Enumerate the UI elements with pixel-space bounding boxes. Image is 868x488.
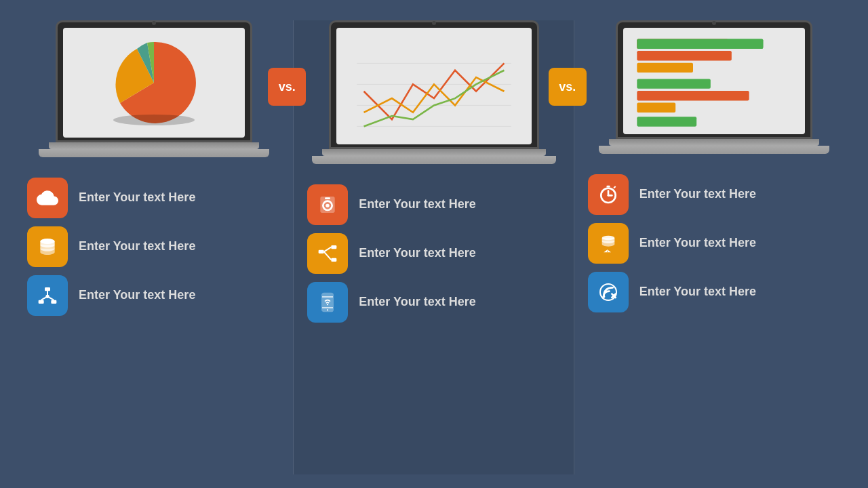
col2-item3-text: Enter Your text Here bbox=[359, 294, 475, 310]
col2-item2-text: Enter Your text Here bbox=[359, 245, 475, 261]
svg-rect-33 bbox=[637, 51, 732, 60]
laptop-1-camera bbox=[152, 21, 156, 25]
bar-chart bbox=[626, 28, 802, 134]
list-item: Enter Your text Here bbox=[27, 275, 280, 316]
col2-item1-text: Enter Your text Here bbox=[359, 197, 475, 212]
list-item: Enter Your text Here bbox=[588, 272, 841, 312]
db-alert-icon-box bbox=[588, 223, 629, 264]
list-item: Enter Your text Here bbox=[307, 282, 560, 323]
svg-rect-35 bbox=[637, 79, 711, 88]
col1-items-list: Enter Your text Here Enter Your text Her… bbox=[20, 178, 287, 316]
column-3: Enter Your text Here bbox=[574, 20, 854, 474]
line-chart bbox=[346, 35, 522, 137]
svg-rect-36 bbox=[637, 91, 749, 100]
list-item: Enter Your text Here bbox=[27, 226, 280, 267]
svg-point-9 bbox=[45, 295, 49, 298]
svg-rect-18 bbox=[325, 197, 330, 199]
laptop-2-screen-outer bbox=[329, 20, 539, 149]
col3-item1-text: Enter Your text Here bbox=[639, 186, 756, 202]
laptop-3-wrapper bbox=[581, 20, 848, 154]
database-icon-box bbox=[27, 226, 68, 267]
svg-rect-32 bbox=[637, 39, 764, 49]
laptop-2 bbox=[329, 20, 539, 164]
network-icon-box bbox=[27, 275, 68, 316]
col1-item2-text: Enter Your text Here bbox=[79, 239, 195, 254]
svg-rect-37 bbox=[637, 103, 676, 113]
svg-point-28 bbox=[327, 304, 328, 305]
laptop-1-wrapper: vs. bbox=[20, 20, 287, 157]
laptop-3-camera bbox=[712, 21, 716, 25]
media-icon-box bbox=[307, 184, 348, 225]
timer-icon-box bbox=[588, 174, 629, 215]
list-item: Enter Your text Here bbox=[588, 174, 841, 215]
mobile-icon bbox=[317, 291, 338, 313]
svg-rect-1 bbox=[44, 201, 52, 202]
vs-badge-2: vs. bbox=[549, 68, 587, 106]
col1-item3-text: Enter Your text Here bbox=[79, 287, 195, 303]
laptop-1-screen bbox=[63, 28, 245, 138]
laptop-2-hinge bbox=[322, 149, 546, 156]
laptop-3-hinge bbox=[609, 139, 819, 146]
col3-items-list: Enter Your text Here bbox=[581, 174, 848, 312]
share-icon bbox=[317, 243, 338, 264]
share-icon-box bbox=[307, 233, 348, 274]
svg-rect-20 bbox=[332, 245, 337, 249]
laptop-1 bbox=[56, 20, 252, 157]
col1-item1-text: Enter Your text Here bbox=[79, 190, 195, 205]
svg-point-0 bbox=[113, 115, 195, 125]
cloud-icon bbox=[37, 187, 58, 209]
list-item: Enter Your text Here bbox=[588, 223, 841, 264]
svg-line-22 bbox=[324, 247, 332, 252]
columns-section: vs. Enter Your text Here bbox=[14, 20, 854, 474]
laptop-2-wrapper: vs. bbox=[300, 20, 567, 164]
column-2: vs. Enter Your text Here bbox=[294, 20, 574, 474]
laptop-3 bbox=[616, 20, 812, 154]
svg-line-23 bbox=[324, 251, 332, 260]
pie-chart bbox=[110, 39, 198, 127]
col2-items-list: Enter Your text Here Enter Your text Her bbox=[300, 184, 567, 323]
rss-icon bbox=[597, 281, 619, 303]
list-item: Enter Your text Here bbox=[27, 178, 280, 218]
laptop-1-screen-outer bbox=[56, 20, 252, 142]
svg-rect-21 bbox=[332, 258, 337, 262]
svg-rect-38 bbox=[637, 117, 697, 126]
svg-rect-19 bbox=[319, 250, 324, 253]
rss-icon-box bbox=[588, 272, 629, 312]
laptop-1-hinge bbox=[49, 142, 259, 149]
svg-point-17 bbox=[326, 204, 330, 207]
svg-rect-4 bbox=[39, 300, 44, 304]
vs-badge-1: vs. bbox=[268, 68, 306, 106]
laptop-1-base bbox=[39, 149, 269, 157]
media-icon bbox=[317, 194, 338, 216]
svg-point-48 bbox=[602, 296, 605, 298]
col3-item3-text: Enter Your text Here bbox=[639, 284, 756, 300]
list-item: Enter Your text Here bbox=[307, 184, 560, 225]
col3-item2-text: Enter Your text Here bbox=[639, 235, 756, 251]
laptop-2-screen bbox=[336, 28, 532, 144]
laptop-2-camera bbox=[432, 21, 436, 25]
laptop-3-screen-outer bbox=[616, 20, 812, 139]
mobile-icon-box bbox=[307, 282, 348, 323]
list-item: Enter Your text Here bbox=[307, 233, 560, 274]
svg-point-27 bbox=[327, 309, 328, 310]
cloud-icon-box bbox=[27, 178, 68, 218]
svg-point-46 bbox=[607, 252, 608, 253]
svg-rect-34 bbox=[637, 63, 694, 73]
database-icon bbox=[37, 236, 58, 258]
laptop-3-screen bbox=[623, 28, 805, 134]
svg-rect-5 bbox=[51, 300, 56, 304]
svg-line-43 bbox=[614, 186, 616, 188]
main-container: vs. Enter Your text Here bbox=[0, 0, 868, 488]
column-1: vs. Enter Your text Here bbox=[14, 20, 294, 474]
db-alert-icon bbox=[597, 232, 619, 254]
timer-icon bbox=[597, 184, 619, 205]
svg-rect-3 bbox=[45, 287, 50, 291]
laptop-2-base bbox=[312, 156, 556, 164]
svg-rect-42 bbox=[606, 186, 610, 188]
network-icon bbox=[37, 285, 58, 306]
laptop-3-base bbox=[599, 146, 829, 154]
